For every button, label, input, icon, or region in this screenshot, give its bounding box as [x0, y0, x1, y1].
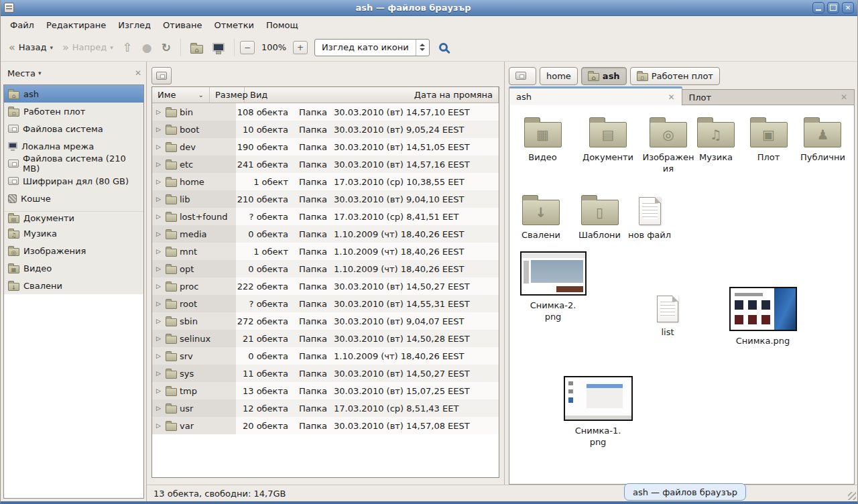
expander-icon[interactable]: ▷	[156, 161, 163, 168]
icon-view-item[interactable]: Свалени	[511, 194, 571, 241]
column-header[interactable]: Дата на промяна	[409, 87, 499, 103]
sidebar-item[interactable]: Документи	[4, 207, 143, 225]
menu-item[interactable]: Файл	[5, 18, 40, 32]
icon-view-item[interactable]: Видео	[511, 116, 574, 164]
up-button[interactable]: ⇧	[119, 37, 137, 58]
column-header[interactable]: Име	[152, 87, 210, 103]
expander-icon[interactable]: ▷	[156, 283, 163, 290]
zoom-in-button[interactable]: +	[293, 41, 308, 54]
icon-view-item[interactable]: Документи	[574, 116, 641, 164]
tab[interactable]: Плот ✕	[682, 89, 855, 105]
expander-icon[interactable]: ▷	[156, 231, 163, 237]
icon-view-item[interactable]: Публични	[800, 116, 845, 164]
table-row[interactable]: ▷ selinux 21 обекта Папка 30.03.2010 (вт…	[152, 330, 499, 347]
zoom-out-button[interactable]: −	[240, 41, 255, 54]
tab[interactable]: ash ✕	[509, 86, 682, 105]
menu-item[interactable]: Помощ	[261, 18, 304, 32]
expander-icon[interactable]: ▷	[156, 387, 163, 394]
back-history-caret-icon[interactable]: ▾	[50, 44, 53, 51]
path-button[interactable]: ash	[581, 67, 627, 85]
table-row[interactable]: ▷ bin 108 обекта Папка 30.03.2010 (вт) 1…	[152, 103, 499, 121]
table-row[interactable]: ▷ sbin 272 обекта Папка 30.03.2010 (вт) …	[152, 312, 499, 330]
icon-view-item[interactable]: Плот	[737, 116, 800, 164]
table-row[interactable]: ▷ root ? обекта Папка 30.03.2010 (вт) 14…	[152, 295, 499, 312]
table-row[interactable]: ▷ srv 0 обекта Папка 1.10.2009 (чт) 18,4…	[152, 347, 499, 365]
sidebar-close-icon[interactable]: ✕	[135, 68, 141, 78]
icon-view-item[interactable]: Шаблони	[571, 194, 628, 241]
table-row[interactable]: ▷ var 20 обекта Папка 30.03.2010 (вт) 14…	[152, 417, 499, 434]
icon-view-item[interactable]: Снимка-1.png	[560, 376, 635, 448]
expander-icon[interactable]: ▷	[156, 335, 163, 342]
minimize-button[interactable]	[812, 2, 824, 13]
menu-item[interactable]: Редактиране	[41, 18, 111, 32]
menu-item[interactable]: Изглед	[113, 18, 156, 32]
back-button[interactable]: « Назад ▾	[5, 39, 57, 56]
table-row[interactable]: ▷ usr 12 обекта Папка 17.03.2010 (ср) 8,…	[152, 399, 499, 417]
sidebar-item[interactable]: Файлова система (210 MB)	[4, 155, 143, 172]
sidebar-item[interactable]: Шифриран дял (80 GB)	[4, 172, 143, 190]
column-header[interactable]: Вид	[245, 87, 409, 103]
table-row[interactable]: ▷ mnt 1 обект Папка 1.10.2009 (чт) 18,40…	[152, 243, 499, 260]
root-location-button[interactable]	[151, 67, 172, 84]
icon-view-item[interactable]: нов файл	[628, 194, 671, 241]
expander-icon[interactable]: ▷	[156, 248, 163, 255]
tab-close-icon[interactable]: ✕	[668, 92, 674, 102]
tab-close-icon[interactable]: ✕	[841, 92, 847, 102]
table-row[interactable]: ▷ boot 10 обекта Папка 30.03.2010 (вт) 9…	[152, 121, 499, 138]
expander-icon[interactable]: ▷	[156, 265, 163, 272]
table-row[interactable]: ▷ home 1 обект Папка 17.03.2010 (ср) 10,…	[152, 173, 499, 190]
expander-icon[interactable]: ▷	[156, 213, 163, 220]
sidebar-item[interactable]: Видео	[4, 259, 143, 277]
search-icon[interactable]	[439, 43, 448, 52]
expander-icon[interactable]: ▷	[156, 318, 163, 324]
icon-view-item[interactable]: list	[642, 296, 693, 338]
expander-icon[interactable]: ▷	[156, 143, 163, 150]
sidebar-item[interactable]: Свалени	[4, 277, 143, 294]
icon-view-item[interactable]: Музика	[695, 116, 737, 164]
table-row[interactable]: ▷ sys 11 обекта Папка 30.03.2010 (вт) 14…	[152, 365, 499, 382]
sidebar-item[interactable]: Локална мрежа	[4, 137, 143, 155]
forward-button[interactable]: » Напред ▾	[58, 39, 117, 56]
sidebar-item[interactable]: Работен плот	[4, 103, 143, 120]
table-row[interactable]: ▷ dev 190 обекта Папка 30.03.2010 (вт) 1…	[152, 138, 499, 155]
menu-item[interactable]: Отметки	[208, 18, 259, 32]
expander-icon[interactable]: ▷	[156, 300, 163, 307]
path-button[interactable]: Работен плот	[630, 67, 720, 85]
path-button[interactable]: home	[540, 67, 578, 85]
sidebar-item[interactable]: Музика	[4, 225, 143, 242]
table-row[interactable]: ▷ lost+found ? обекта Папка 17.03.2010 (…	[152, 208, 499, 225]
expander-icon[interactable]: ▷	[156, 109, 163, 115]
column-header[interactable]: Размер	[210, 87, 245, 103]
expander-icon[interactable]: ▷	[156, 126, 163, 133]
sidebar-item[interactable]: Изображения	[4, 242, 143, 259]
sidebar-item[interactable]: Кошче	[4, 190, 143, 207]
computer-button[interactable]	[208, 40, 229, 55]
table-row[interactable]: ▷ opt 0 обекта Папка 1.10.2009 (чт) 18,4…	[152, 260, 499, 277]
table-row[interactable]: ▷ media 0 обекта Папка 1.10.2009 (чт) 18…	[152, 225, 499, 243]
sidebar-item[interactable]: ash	[4, 85, 143, 103]
expander-icon[interactable]: ▷	[156, 370, 163, 377]
home-button[interactable]	[186, 38, 207, 57]
expander-icon[interactable]: ▷	[156, 178, 163, 185]
stop-button[interactable]: ●	[138, 38, 156, 58]
icon-view-item[interactable]: Снимка-2.png	[517, 251, 589, 323]
expander-icon[interactable]: ▷	[156, 422, 163, 429]
sidebar-pane-selector[interactable]: Места ▾	[7, 68, 135, 78]
combo-spinner-icon[interactable]	[416, 40, 429, 56]
icon-view-item[interactable]: Снимка.png	[725, 287, 800, 347]
sidebar-item[interactable]: Файлова система	[4, 120, 143, 137]
table-row[interactable]: ▷ tmp 13 обекта Папка 30.03.2010 (вт) 15…	[152, 382, 499, 399]
reload-button[interactable]: ↻	[158, 38, 175, 58]
expander-icon[interactable]: ▷	[156, 405, 163, 412]
path-button[interactable]	[509, 67, 536, 85]
table-row[interactable]: ▷ proc 222 обекта Папка 30.03.2010 (вт) …	[152, 277, 499, 295]
maximize-button[interactable]	[827, 2, 839, 13]
table-row[interactable]: ▷ etc 241 обекта Папка 30.03.2010 (вт) 1…	[152, 155, 499, 173]
icon-view-item[interactable]: Изображения	[641, 116, 695, 175]
expander-icon[interactable]: ▷	[156, 353, 163, 359]
table-row[interactable]: ▷ lib 210 обекта Папка 30.03.2010 (вт) 9…	[152, 190, 499, 208]
view-mode-select[interactable]: Изглед като икони	[314, 39, 430, 56]
close-button[interactable]	[842, 2, 854, 13]
menu-item[interactable]: Отиване	[158, 18, 207, 32]
resize-grip[interactable]	[848, 492, 856, 500]
